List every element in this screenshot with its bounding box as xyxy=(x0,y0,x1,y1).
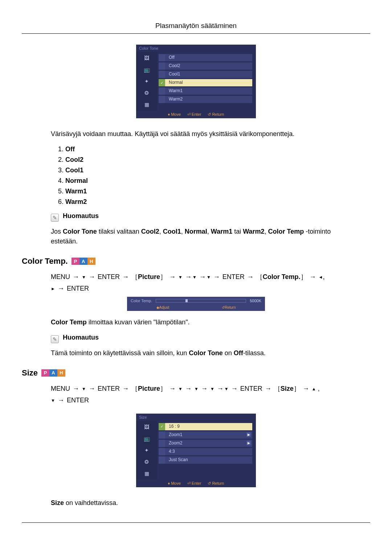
osd-color-tone: Color Tone 🖼 📺 ✦ ❂ ▦ Off Cool2 Cool1 ✓No… xyxy=(136,45,256,118)
nav-path-color-temp: MENU → ▼ → ENTER → ［Picture］ → ▼ →▼ →▼ →… xyxy=(51,271,356,295)
osd-option-warm1[interactable]: Warm1 xyxy=(159,87,252,95)
osd-option-cool1[interactable]: Cool1 xyxy=(159,71,252,78)
note-heading: ✎ Huomautus xyxy=(51,212,356,222)
note-body: Tämä toiminto on käytettävissä vain sill… xyxy=(51,348,356,358)
colortemp-desc: Color Temp ilmoittaa kuvan värien "lämpö… xyxy=(51,317,356,327)
intro-paragraph: Värisävyjä voidaan muuttaa. Käyttäjä voi… xyxy=(51,129,356,139)
osd-sidebar: 🖼 📺 ✦ ❂ ▦ xyxy=(136,52,157,111)
osd-option-zoom1[interactable]: Zoom1▶ xyxy=(159,431,252,439)
setting1-icon: ✦ xyxy=(142,77,151,85)
osd-option-zoom2[interactable]: Zoom2▶ xyxy=(159,440,252,447)
multi-icon: ▦ xyxy=(142,469,151,477)
badge-p: P xyxy=(41,369,49,377)
list-item: Warm2 xyxy=(65,198,356,206)
move-icon: ♦ xyxy=(168,481,170,485)
multi-icon: ▦ xyxy=(142,100,151,108)
setting1-icon: ✦ xyxy=(142,446,151,454)
osd-option-just-scan[interactable]: Just Scan xyxy=(159,456,252,464)
osd-title: Color Tone xyxy=(136,45,256,52)
setting2-icon: ❂ xyxy=(142,89,151,97)
badge-p: P xyxy=(72,258,79,265)
list-item: Cool2 xyxy=(65,156,356,164)
size-desc: Size on vaihdettavissa. xyxy=(51,498,356,508)
osd-title: Size xyxy=(136,414,256,421)
mode-badges: P A H xyxy=(41,369,65,377)
monitor-icon: 📺 xyxy=(142,66,151,74)
return-icon: ↺ xyxy=(208,112,211,116)
osd-option-cool2[interactable]: Cool2 xyxy=(159,62,252,70)
section-color-temp-heading: Color Temp. P A H xyxy=(22,257,370,266)
setting2-icon: ❂ xyxy=(142,458,151,466)
osd-bar-value: 5000K xyxy=(250,299,261,303)
osd-bar-label: Color Temp. xyxy=(131,299,152,303)
note-heading: ✎ Huomautus xyxy=(51,334,356,343)
osd-option-16-9[interactable]: ✓16 : 9 xyxy=(159,423,252,430)
badge-a: A xyxy=(79,258,87,265)
header-rule xyxy=(22,33,370,34)
chevron-right-icon: ▶ xyxy=(246,441,251,445)
osd-sidebar: 🖼 📺 ✦ ❂ ▦ xyxy=(136,421,157,480)
adjust-icon: ◆ xyxy=(156,305,159,309)
note-body: Jos Color Tone tilaksi valitaan Cool2, C… xyxy=(51,227,356,246)
badge-a: A xyxy=(49,369,57,377)
section-size-heading: Size P A H xyxy=(22,368,370,378)
monitor-icon: 📺 xyxy=(142,435,151,443)
osd-footer: ♦Move ⏎Enter ↺Return xyxy=(136,111,256,118)
osd-color-temp-bar: Color Temp. 5000K ◆Adjust ↺Return xyxy=(127,297,265,311)
move-icon: ♦ xyxy=(168,112,170,116)
mode-badges: P A H xyxy=(72,258,95,265)
list-item: Warm1 xyxy=(65,188,356,195)
chevron-right-icon: ▶ xyxy=(246,432,251,437)
note-icon: ✎ xyxy=(51,214,59,222)
osd-option-4-3[interactable]: 4:3 xyxy=(159,448,252,455)
enter-icon: ⏎ xyxy=(187,481,191,485)
osd-options: ✓16 : 9 Zoom1▶ Zoom2▶ 4:3 Just Scan xyxy=(157,421,256,480)
picture-icon: 🖼 xyxy=(142,423,151,431)
return-icon: ↺ xyxy=(208,481,211,485)
osd-bar-track[interactable] xyxy=(156,299,246,303)
osd-option-normal[interactable]: ✓Normal xyxy=(159,79,252,86)
osd-option-warm2[interactable]: Warm2 xyxy=(159,96,252,103)
osd-option-off[interactable]: Off xyxy=(159,54,252,61)
osd-bar-footer: ◆Adjust ↺Return xyxy=(127,305,265,311)
list-item: Normal xyxy=(65,177,356,185)
list-item: Cool1 xyxy=(65,167,356,174)
badge-h: H xyxy=(57,369,65,377)
osd-footer: ♦Move ⏎Enter ↺Return xyxy=(136,480,256,487)
picture-icon: 🖼 xyxy=(142,54,151,62)
footer-rule xyxy=(22,522,370,523)
osd-size: Size 🖼 📺 ✦ ❂ ▦ ✓16 : 9 Zoom1▶ Zoom2▶ 4:3… xyxy=(136,414,256,487)
badge-h: H xyxy=(87,258,95,265)
osd-options: Off Cool2 Cool1 ✓Normal Warm1 Warm2 xyxy=(157,52,256,111)
list-item: Off xyxy=(65,145,356,153)
nav-path-size: MENU → ▼ → ENTER → ［Picture］ → ▼ → ▼ → ▼… xyxy=(51,383,356,406)
note-icon: ✎ xyxy=(51,335,59,343)
enter-icon: ⏎ xyxy=(187,112,191,116)
page-title: Plasmanäytön säätäminen xyxy=(22,22,370,30)
option-list: Off Cool2 Cool1 Normal Warm1 Warm2 xyxy=(65,145,356,206)
